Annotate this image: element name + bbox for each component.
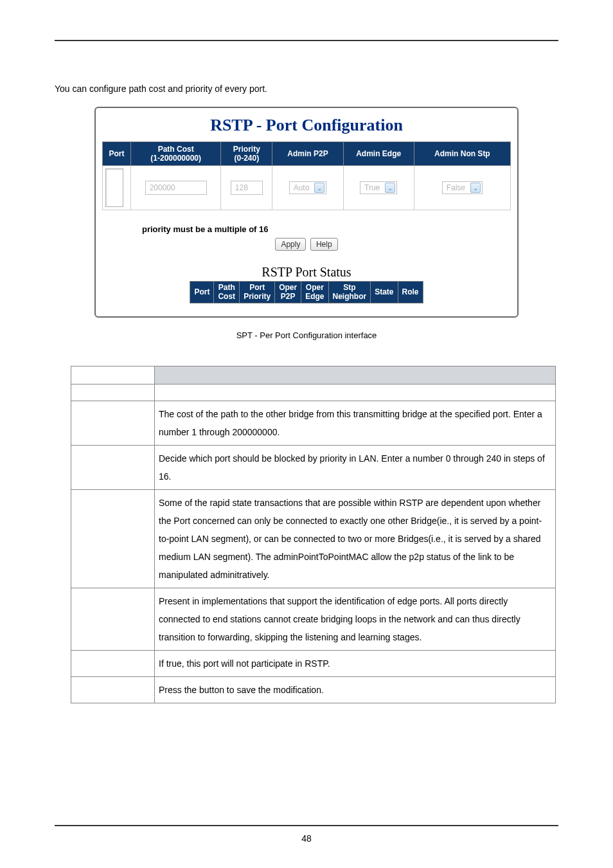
admin-non-stp-select[interactable]: False ⌄ (442, 181, 483, 194)
page-content: You can configure path cost and priority… (55, 84, 558, 813)
figure-caption: SPT - Per Port Configuration interface (55, 330, 558, 340)
status-col-stp-neighbor: StpNeighbor (328, 282, 371, 303)
desc-label (71, 650, 155, 676)
col-admin-non-stp: Admin Non Stp (414, 142, 510, 166)
intro-text: You can configure path cost and priority… (55, 84, 558, 94)
page-number: 48 (0, 833, 613, 844)
desc-text: The cost of the path to the other bridge… (155, 401, 556, 445)
priority-input[interactable]: 128 (231, 181, 263, 195)
status-col-oper-edge: OperEdge (301, 282, 328, 303)
config-header-table: Port Path Cost (1-200000000) Priority (0… (102, 141, 511, 210)
table-row: Press the button to save the modificatio… (71, 676, 556, 703)
status-col-path-cost: PathCost (214, 282, 240, 303)
status-col-role: Role (398, 282, 423, 303)
col-admin-p2p: Admin P2P (272, 142, 343, 166)
desc-text: Present in implementations that support … (155, 588, 556, 650)
desc-text: Press the button to save the modificatio… (155, 676, 556, 703)
page-top-rule (55, 40, 558, 41)
col-admin-edge: Admin Edge (343, 142, 414, 166)
table-row: Decide which port should be blocked by p… (71, 445, 556, 489)
chevron-down-icon: ⌄ (385, 183, 395, 193)
status-title: RSTP Port Status (102, 265, 511, 280)
table-row: The cost of the path to the other bridge… (71, 401, 556, 445)
apply-button[interactable]: Apply (275, 238, 306, 251)
status-col-state: State (371, 282, 398, 303)
desc-header-object (71, 366, 155, 384)
desc-header-description (155, 366, 556, 384)
chevron-down-icon: ⌄ (314, 183, 324, 193)
status-col-oper-p2p: OperP2P (275, 282, 301, 303)
page-bottom-rule (55, 825, 558, 826)
desc-text: Some of the rapid state transactions tha… (155, 489, 556, 588)
col-path-cost: Path Cost (1-200000000) (131, 142, 221, 166)
desc-label (71, 588, 155, 650)
desc-text: If true, this port will not participate … (155, 650, 556, 676)
status-col-port: Port (190, 282, 214, 303)
desc-label (71, 401, 155, 445)
status-col-port-priority: PortPriority (240, 282, 275, 303)
admin-p2p-select[interactable]: Auto ⌄ (289, 181, 327, 194)
desc-text: Decide which port should be blocked by p… (155, 445, 556, 489)
table-row: Present in implementations that support … (71, 588, 556, 650)
description-table: The cost of the path to the other bridge… (71, 366, 556, 703)
table-row: If true, this port will not participate … (71, 650, 556, 676)
priority-note: priority must be a multiple of 16 (102, 224, 511, 234)
desc-label (71, 676, 155, 703)
chevron-down-icon: ⌄ (470, 183, 481, 193)
col-port: Port (103, 142, 131, 166)
port-listbox-cell[interactable] (103, 166, 131, 210)
button-row: Apply Help (102, 238, 511, 251)
desc-label (71, 489, 155, 588)
desc-label (71, 445, 155, 489)
col-priority: Priority (0-240) (221, 142, 272, 166)
admin-edge-select[interactable]: True ⌄ (360, 181, 397, 194)
screenshot-title: RSTP - Port Configuration (102, 116, 511, 135)
table-row: Some of the rapid state transactions tha… (71, 489, 556, 588)
rstp-config-screenshot: RSTP - Port Configuration Port Path Cost… (94, 107, 519, 318)
path-cost-input[interactable]: 200000 (145, 181, 207, 195)
help-button[interactable]: Help (310, 238, 338, 251)
status-header-table: Port PathCost PortPriority OperP2P OperE… (190, 281, 423, 303)
